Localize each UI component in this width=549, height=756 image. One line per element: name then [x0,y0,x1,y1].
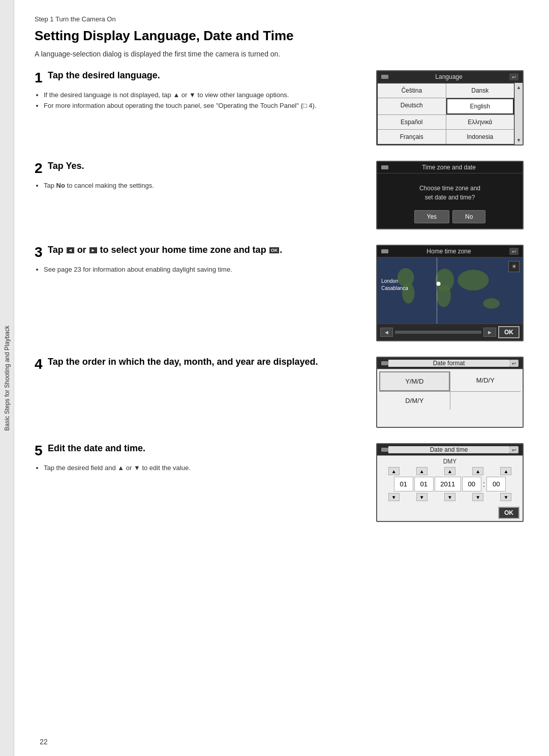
step-5-heading-block: 5 Edit the date and time. [35,443,361,459]
step-1-left: 1 Tap the desired language. If the desir… [35,70,361,112]
up-arrow-row: ▲ ▲ ▲ ▲ ▲ [380,467,520,475]
step-3-left: 3 Tap ◄ or ► to select your home time zo… [35,245,361,276]
map-controls: ◄ ► OK [377,324,523,340]
lang-cell-3[interactable]: English [446,98,514,114]
scroll-up-arrow[interactable]: ▲ [516,84,522,90]
svg-point-8 [436,282,440,286]
timezone-text: Choose time zone andset date and time? [385,184,515,202]
datetime-icon-left [381,448,388,452]
month-up-btn[interactable]: ▲ [416,467,428,475]
step-2-bullet-1: Tap No to cancel making the settings. [44,182,361,189]
down-arrow-row: ▼ ▼ ▼ ▼ ▼ [380,493,520,501]
map-right-btn[interactable]: ► [483,328,496,337]
timezone-screen-header: Time zone and date [377,162,523,173]
dateformat-footer [377,412,523,427]
step-5-left: 5 Edit the date and time. Tap the desire… [35,443,361,475]
language-grid: Čeština Dansk Deutsch English Español Ελ… [378,83,514,144]
day-down-btn[interactable]: ▼ [388,493,400,501]
back-button[interactable]: ↩ [509,73,518,80]
datetime-hour[interactable]: 00 [462,477,481,491]
step-3-row: 3 Tap ◄ or ► to select your home time zo… [35,245,524,341]
datetime-values-row: 01 01 2011 00 : 00 [380,477,520,491]
dateformat-ymd[interactable]: Y/M/D [379,371,450,391]
step-1-heading: Tap the desired language. [48,70,160,80]
datetime-content: DMY ▲ ▲ ▲ ▲ ▲ [377,456,523,505]
lang-cell-6[interactable]: Français [378,130,446,144]
homezone-header: Home time zone ↩ [377,246,523,257]
step-1-row: 1 Tap the desired language. If the desir… [35,70,524,146]
dateformat-body: Y/M/D M/D/Y D/M/Y [377,369,523,412]
step-4-heading-block: 4 Tap the order in which the day, month,… [35,357,361,372]
map-background: London Casablanca [377,257,523,324]
month-down-btn[interactable]: ▼ [416,493,428,501]
dateformat-back-btn[interactable]: ↩ [509,360,518,367]
page-title: Setting Display Language, Date and Time [35,28,524,44]
day-up-btn[interactable]: ▲ [388,467,400,475]
yes-button[interactable]: Yes [414,210,450,223]
step-5-bullet-1: Tap the desired field and ▲ or ▼ to edit… [44,464,361,472]
map-left-btn[interactable]: ◄ [380,328,393,337]
page-number: 22 [40,738,48,746]
datetime-format-label: DMY [380,458,520,465]
datetime-minute[interactable]: 00 [486,477,506,491]
lang-cell-4[interactable]: Español [378,115,446,129]
step-3-heading-block: 3 Tap ◄ or ► to select your home time zo… [35,245,361,260]
main-content: Step 1 Turn the Camera On Setting Displa… [14,0,549,756]
homezone-ok-button[interactable]: OK [498,326,520,338]
breadcrumb: Step 1 Turn the Camera On [35,15,524,23]
dateformat-empty [450,392,521,410]
hour-down-btn[interactable]: ▼ [472,493,483,501]
homezone-screen: Home time zone ↩ ☀ [376,245,524,341]
step-2-row: 2 Tap Yes. Tap No to cancel making the s… [35,161,524,229]
datetime-day[interactable]: 01 [394,477,413,491]
datetime-month[interactable]: 01 [414,477,434,491]
step-2-number: 2 [35,161,43,177]
lang-cell-1[interactable]: Dansk [446,83,514,98]
step-2-screen: Time zone and date Choose time zone ands… [376,161,524,229]
step-3-number: 3 [35,245,43,260]
datetime-ok-button[interactable]: OK [498,507,520,519]
sidebar-tab: Basic Steps for Shooting and Playback [0,0,14,756]
year-up-btn[interactable]: ▲ [444,467,455,475]
scroll-bar: ▲ ▼ [514,83,523,144]
homezone-title: Home time zone [388,248,509,255]
language-screen-header: Language ↩ [377,71,523,83]
datetime-back-btn[interactable]: ↩ [509,446,518,453]
no-button[interactable]: No [452,210,485,223]
datetime-up-arrows: ▲ ▲ ▲ ▲ ▲ [380,467,520,475]
lang-cell-2[interactable]: Deutsch [378,98,446,114]
right-arrow-icon: ► [89,247,97,253]
step-4-left: 4 Tap the order in which the day, month,… [35,357,361,377]
lang-cell-0[interactable]: Čeština [378,83,446,98]
minute-up-btn[interactable]: ▲ [500,467,511,475]
hour-up-btn[interactable]: ▲ [472,467,483,475]
datetime-year[interactable]: 2011 [435,477,461,491]
step-4-heading: Tap the order in which the day, month, a… [48,357,318,367]
minute-down-btn[interactable]: ▼ [500,493,511,501]
datetime-title: Date and time [388,446,509,453]
step-1-bullet-2: For more information about operating the… [44,102,361,109]
datetime-header: Date and time ↩ [377,444,523,456]
homezone-back-btn[interactable]: ↩ [509,248,518,255]
camera-icon-left [381,75,388,79]
left-arrow-icon: ◄ [67,247,74,253]
dateformat-dmy[interactable]: D/M/Y [379,392,450,410]
time-separator: : [482,480,485,489]
dateformat-mdy[interactable]: M/D/Y [450,371,521,391]
step-5-bullets: Tap the desired field and ▲ or ▼ to edit… [44,464,361,472]
scroll-down-arrow[interactable]: ▼ [516,137,522,143]
datetime-screen: Date and time ↩ DMY ▲ ▲ ▲ ▲ ▲ [376,443,524,522]
step-4-screen: Date format ↩ Y/M/D M/D/Y D/M/Y [376,357,524,428]
sidebar-tab-label: Basic Steps for Shooting and Playback [4,326,11,431]
step-5-number: 5 [35,443,43,459]
step-5-row: 5 Edit the date and time. Tap the desire… [35,443,524,522]
london-label: London [381,278,398,284]
map-position-bar [395,331,481,334]
lang-cell-7[interactable]: Indonesia [446,130,514,144]
lang-cell-5[interactable]: Ελληνικά [446,115,514,129]
year-down-btn[interactable]: ▼ [444,493,455,501]
svg-point-2 [436,284,451,307]
dateformat-icon-left [381,361,388,365]
dst-icon[interactable]: ☀ [508,261,520,272]
timezone-dialog: Choose time zone andset date and time? Y… [377,173,523,228]
